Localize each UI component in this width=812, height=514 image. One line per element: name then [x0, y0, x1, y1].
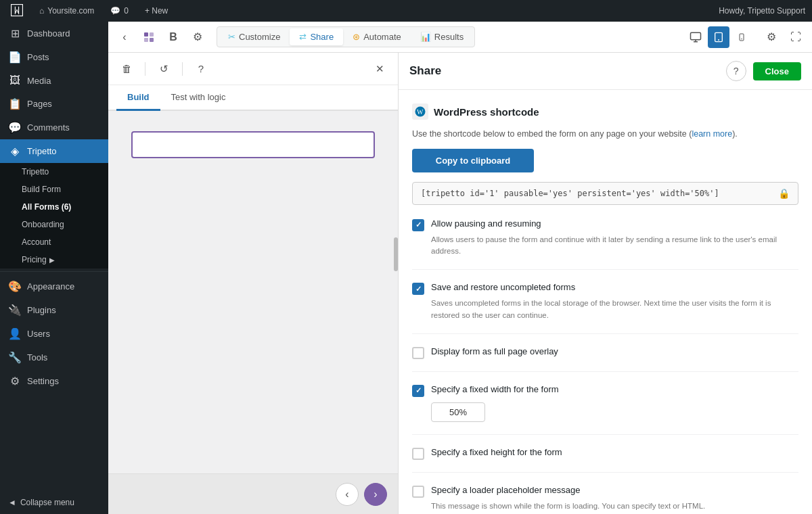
- tripetto-logo-icon: [142, 30, 156, 44]
- sidebar-item-plugins[interactable]: 🔌 Plugins: [0, 298, 108, 322]
- svg-rect-1: [150, 32, 154, 37]
- checkbox-pause-resume[interactable]: [412, 219, 424, 231]
- sidebar-item-pages[interactable]: 📋 Pages: [0, 92, 108, 116]
- builder-area: 🗑 ↺ ? ✕ Build Te: [108, 53, 812, 514]
- share-help-button[interactable]: ?: [726, 61, 746, 81]
- builder-button[interactable]: B: [162, 26, 184, 48]
- share-close-button[interactable]: Close: [753, 62, 801, 80]
- mobile-view-button[interactable]: [731, 26, 752, 48]
- delete-block-button[interactable]: 🗑: [116, 59, 137, 79]
- form-input-preview[interactable]: [131, 131, 375, 158]
- wp-logo[interactable]: 🅆: [7, 0, 27, 22]
- sidebar-item-tools[interactable]: 🔧 Tools: [0, 346, 108, 369]
- prev-icon: ‹: [345, 488, 348, 500]
- tablet-view-button[interactable]: [708, 26, 729, 48]
- fullscreen-button[interactable]: ⛶: [785, 26, 807, 48]
- sidebar-item-media[interactable]: 🖼 Media: [0, 69, 108, 92]
- share-content: W WordPress shortcode Use the shortcode …: [399, 90, 812, 514]
- collapse-menu-button[interactable]: ◄ Collapse menu: [0, 491, 108, 514]
- lock-icon[interactable]: 🔒: [778, 188, 790, 199]
- shortcode-input-row: [tripetto id='1' pausable='yes' persiste…: [412, 182, 798, 205]
- desktop-view-button[interactable]: [685, 26, 706, 48]
- sidebar-item-tripetto[interactable]: ◈ Tripetto: [0, 139, 108, 163]
- tab-build[interactable]: Build: [116, 85, 160, 111]
- sidebar-item-build-form[interactable]: Build Form: [8, 181, 108, 198]
- new-content-link[interactable]: + New: [141, 0, 172, 22]
- sidebar-item-account[interactable]: Account: [8, 233, 108, 251]
- shortcode-section-title: WordPress shortcode: [434, 106, 539, 118]
- sidebar-item-posts[interactable]: 📄 Posts: [0, 45, 108, 69]
- option-label-save-restore: Save and restore uncompleted forms: [431, 282, 575, 292]
- share-panel: Share ? Close W WordPress shortcode: [398, 53, 812, 514]
- width-input[interactable]: [431, 402, 485, 422]
- automate-tab[interactable]: ⊛ Automate: [343, 28, 411, 45]
- share-title: Share: [409, 64, 719, 78]
- checkbox-fixed-width[interactable]: [412, 385, 424, 397]
- svg-rect-2: [144, 38, 148, 42]
- undo-button[interactable]: ↺: [154, 59, 174, 79]
- appearance-icon: 🎨: [8, 280, 22, 293]
- pages-icon: 📋: [8, 97, 22, 110]
- more-settings-button[interactable]: ⚙: [761, 26, 782, 48]
- checkbox-full-page[interactable]: [412, 347, 424, 359]
- close-icon: ✕: [376, 63, 384, 75]
- option-save-restore: Save and restore uncompleted forms Saves…: [412, 282, 798, 321]
- next-page-button[interactable]: ›: [364, 483, 387, 506]
- results-tab[interactable]: 📊 Results: [411, 28, 473, 45]
- sidebar-submenu-tripetto: Tripetto Build Form All Forms (6) Onboar…: [0, 163, 108, 268]
- dashboard-icon: ⊞: [8, 27, 22, 40]
- howdy-text: Howdy, Tripetto Support: [719, 6, 805, 16]
- prev-page-button[interactable]: ‹: [336, 483, 359, 506]
- close-canvas-button[interactable]: ✕: [369, 59, 390, 79]
- sidebar-item-dashboard[interactable]: ⊞ Dashboard: [0, 22, 108, 45]
- share-tab[interactable]: ⇄ Share: [290, 28, 343, 45]
- option-divider-1: [412, 269, 798, 270]
- copy-to-clipboard-button[interactable]: Copy to clipboard: [412, 149, 534, 172]
- sidebar-item-tripetto-root[interactable]: Tripetto: [8, 163, 108, 181]
- sidebar-item-users[interactable]: 👤 Users: [0, 322, 108, 346]
- tab-logic[interactable]: Test with logic: [160, 85, 237, 111]
- builder-icon: B: [169, 31, 177, 43]
- option-full-page: Display form as full page overlay: [412, 346, 798, 359]
- vertical-scroll-indicator[interactable]: [394, 237, 398, 271]
- shortcode-header: W WordPress shortcode: [412, 103, 798, 120]
- toolbar-divider: [145, 62, 145, 76]
- sidebar-item-pricing[interactable]: Pricing ▶: [8, 251, 108, 268]
- sidebar-item-appearance[interactable]: 🎨 Appearance: [0, 275, 108, 298]
- option-desc-save-restore: Saves uncompleted forms in the local sto…: [431, 298, 798, 321]
- results-icon: 📊: [420, 32, 431, 42]
- shortcode-info-text: Use the shortcode below to embed the for…: [412, 128, 798, 141]
- sidebar-item-comments[interactable]: 💬 Comments: [0, 116, 108, 139]
- tablet-icon: [713, 31, 724, 43]
- site-link[interactable]: ⌂ Yoursite.com: [35, 0, 98, 22]
- sidebar-item-settings[interactable]: ⚙ Settings: [0, 369, 108, 393]
- checkbox-loader-msg[interactable]: [412, 486, 424, 498]
- learn-more-link[interactable]: learn more: [692, 129, 732, 139]
- svg-rect-0: [144, 32, 148, 37]
- width-input-row: [431, 402, 798, 422]
- mobile-icon: [738, 31, 746, 43]
- checkbox-save-restore[interactable]: [412, 283, 424, 295]
- checkbox-fixed-height[interactable]: [412, 448, 424, 460]
- admin-bar: 🅆 ⌂ Yoursite.com 💬 0 + New Howdy, Tripet…: [0, 0, 812, 22]
- plugins-icon: 🔌: [8, 304, 22, 317]
- pricing-arrow-icon: ▶: [49, 256, 55, 264]
- back-button[interactable]: ‹: [114, 26, 135, 48]
- customize-icon: ✂: [228, 32, 235, 42]
- sidebar-item-all-forms[interactable]: All Forms (6): [8, 198, 108, 216]
- tripetto-logo-button[interactable]: [138, 26, 160, 48]
- users-icon: 👤: [8, 327, 22, 340]
- sidebar-item-onboarding[interactable]: Onboarding: [8, 216, 108, 233]
- settings-icon: ⚙: [8, 375, 22, 388]
- canvas-help-button[interactable]: ?: [191, 59, 211, 79]
- fullscreen-icon: ⛶: [790, 31, 801, 43]
- customize-tab[interactable]: ✂ Customize: [219, 28, 290, 45]
- canvas-toolbar: 🗑 ↺ ? ✕: [108, 53, 398, 85]
- option-desc-loader-msg: This message is shown while the form is …: [431, 500, 798, 512]
- comments-link[interactable]: 💬 0: [106, 0, 133, 22]
- share-icon: ⇄: [299, 32, 307, 42]
- toolbar-divider-2: [182, 62, 183, 76]
- canvas-tabs: Build Test with logic: [108, 85, 398, 111]
- option-loader-msg: Specify a loader placeholder message Thi…: [412, 485, 798, 512]
- form-settings-button[interactable]: ⚙: [187, 26, 208, 48]
